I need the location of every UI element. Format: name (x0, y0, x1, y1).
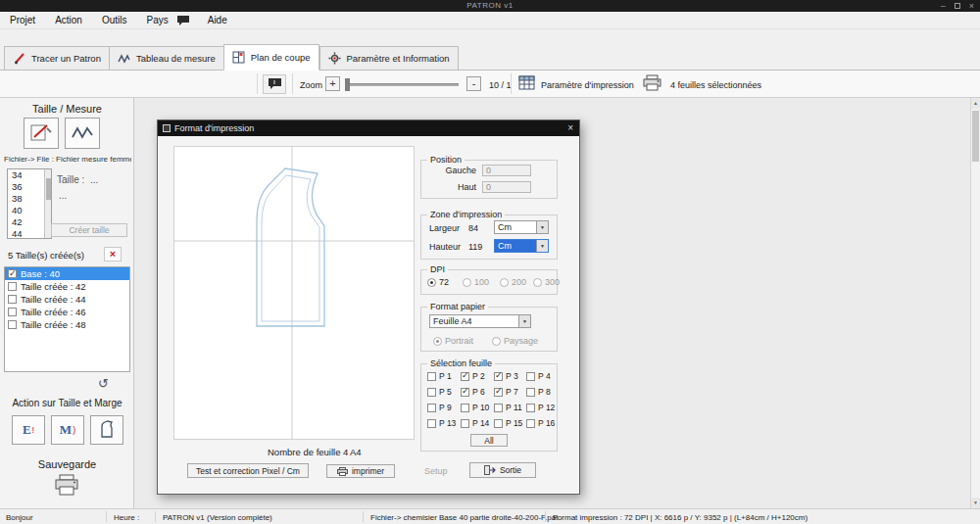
refresh-icon[interactable]: ↺ (98, 376, 109, 391)
exit-button[interactable]: Sortie (469, 462, 536, 478)
page-checkbox-p16[interactable]: P 16 (526, 418, 555, 428)
test-correction-button[interactable]: Test et correction Pixel / Cm (187, 463, 309, 478)
list-item[interactable]: Taille créée : 44 (5, 293, 129, 306)
page-checkbox-p14[interactable]: P 14 (461, 418, 489, 428)
action-e-button[interactable]: E! (12, 415, 45, 445)
minimize-icon[interactable]: – (941, 1, 946, 11)
page-checkbox-p12[interactable]: P 12 (526, 403, 555, 412)
checkbox-icon[interactable] (461, 404, 469, 412)
checkbox-icon[interactable] (494, 404, 503, 412)
list-item[interactable]: Taille créée : 46 (5, 306, 129, 318)
draw-size-button[interactable] (24, 118, 59, 149)
page-checkbox-p8[interactable]: P 8 (526, 387, 551, 397)
page-checkbox-p7[interactable]: P 7 (494, 387, 518, 397)
print-preview-canvas[interactable] (173, 146, 415, 440)
chevron-down-icon[interactable] (536, 240, 548, 252)
hauteur-unit-combo[interactable]: Cm (494, 239, 549, 253)
page-checkbox-p13[interactable]: P 13 (427, 418, 456, 428)
checkbox-icon[interactable] (461, 419, 469, 428)
page-checkbox-p1[interactable]: P 1 (427, 371, 452, 381)
dpi-100-radio[interactable]: 100 (463, 277, 489, 287)
checkbox-icon[interactable] (526, 404, 535, 412)
checkbox-icon[interactable] (494, 419, 503, 428)
size-checkbox[interactable] (8, 282, 17, 291)
zoom-slider-track[interactable] (345, 83, 459, 86)
checkbox-icon[interactable] (427, 419, 436, 428)
zoom-out-button[interactable]: - (466, 76, 481, 91)
print-settings-grid-icon[interactable] (518, 75, 535, 93)
menu-outils[interactable]: Outils (100, 14, 129, 26)
dpi-72-radio[interactable]: 72 (427, 277, 449, 287)
menu-pays[interactable]: Pays (144, 14, 170, 26)
checkbox-icon[interactable] (427, 372, 436, 381)
page-checkbox-p4[interactable]: P 4 (526, 371, 551, 381)
action-pattern-button[interactable] (90, 415, 123, 445)
scroll-up-arrow[interactable]: ▲ (971, 98, 980, 109)
page-checkbox-p6[interactable]: P 6 (461, 387, 485, 397)
list-item[interactable]: Base : 40 (5, 267, 129, 280)
radio-icon[interactable] (427, 278, 436, 287)
list-item[interactable]: Taille créée : 48 (5, 318, 129, 331)
menu-aide[interactable]: Aide (206, 14, 229, 26)
checkbox-icon[interactable] (526, 419, 535, 428)
comment-tool-button[interactable] (263, 74, 286, 94)
tab-tracer-un-patron[interactable]: Tracer un Patron (4, 46, 109, 71)
radio-icon[interactable] (433, 337, 442, 346)
checkbox-icon[interactable] (494, 372, 503, 381)
size-listbox[interactable]: 34 36 38 40 42 44 (7, 168, 52, 239)
portrait-radio[interactable]: Portrait (433, 336, 473, 346)
scroll-down-arrow[interactable]: ▼ (971, 498, 980, 508)
size-checkbox[interactable] (8, 308, 17, 316)
page-checkbox-p9[interactable]: P 9 (427, 403, 452, 412)
size-listbox-scrollbar[interactable] (44, 169, 51, 238)
printer-icon[interactable] (643, 74, 662, 93)
radio-icon[interactable] (533, 278, 542, 287)
checkbox-icon[interactable] (427, 404, 436, 412)
dpi-200-radio[interactable]: 200 (500, 277, 526, 287)
measure-curve-button[interactable] (65, 118, 100, 149)
size-checkbox[interactable] (8, 295, 17, 304)
close-icon[interactable]: × (969, 1, 974, 11)
scrollbar-thumb[interactable] (972, 111, 979, 162)
chevron-down-icon[interactable] (518, 315, 530, 327)
checkbox-icon[interactable] (461, 372, 469, 381)
gauche-input[interactable]: 0 (482, 165, 531, 176)
checkbox-icon[interactable] (494, 388, 503, 397)
checkbox-icon[interactable] (461, 388, 469, 397)
action-m-button[interactable]: M) (51, 415, 84, 445)
menu-action[interactable]: Action (53, 14, 84, 26)
paper-format-combo[interactable]: Feuille A4 (429, 314, 531, 328)
canvas-vertical-scrollbar[interactable]: ▲ ▼ (970, 98, 980, 508)
page-checkbox-p2[interactable]: P 2 (461, 371, 485, 381)
dialog-close-icon[interactable]: × (567, 122, 573, 133)
dpi-300-radio[interactable]: 300 (533, 277, 560, 287)
size-checkbox[interactable] (8, 269, 17, 278)
largeur-unit-combo[interactable]: Cm (494, 220, 549, 234)
radio-icon[interactable] (500, 278, 509, 287)
size-checkbox[interactable] (8, 320, 17, 329)
tab-tableau-de-mesure[interactable]: Tableau de mesure (109, 46, 223, 71)
tab-parametre-et-information[interactable]: Paramètre et Information (319, 46, 459, 71)
print-button[interactable]: imprimer (326, 464, 395, 478)
tab-plan-de-coupe[interactable]: Plan de coupe (223, 44, 319, 71)
save-printer-icon[interactable] (54, 474, 79, 498)
page-checkbox-p11[interactable]: P 11 (494, 403, 522, 412)
dialog-titlebar[interactable]: Format d'impression × (158, 120, 579, 136)
page-checkbox-p5[interactable]: P 5 (427, 387, 452, 397)
checkbox-icon[interactable] (427, 388, 436, 397)
menu-projet[interactable]: Projet (8, 14, 37, 26)
print-settings-label[interactable]: Paramètre d'impression (541, 80, 634, 90)
size-listbox-scrollbar-thumb[interactable] (46, 178, 51, 200)
radio-icon[interactable] (463, 278, 471, 287)
delete-size-button[interactable]: × (104, 247, 122, 262)
select-all-button[interactable]: All (470, 434, 508, 447)
page-checkbox-p15[interactable]: P 15 (494, 418, 522, 428)
maximize-icon[interactable] (955, 3, 960, 9)
paysage-radio[interactable]: Paysage (492, 336, 538, 346)
zoom-slider-thumb[interactable] (345, 78, 350, 91)
radio-icon[interactable] (492, 337, 501, 346)
checkbox-icon[interactable] (526, 388, 535, 397)
haut-input[interactable]: 0 (482, 181, 531, 193)
chevron-down-icon[interactable] (536, 221, 548, 233)
page-checkbox-p3[interactable]: P 3 (494, 371, 518, 381)
